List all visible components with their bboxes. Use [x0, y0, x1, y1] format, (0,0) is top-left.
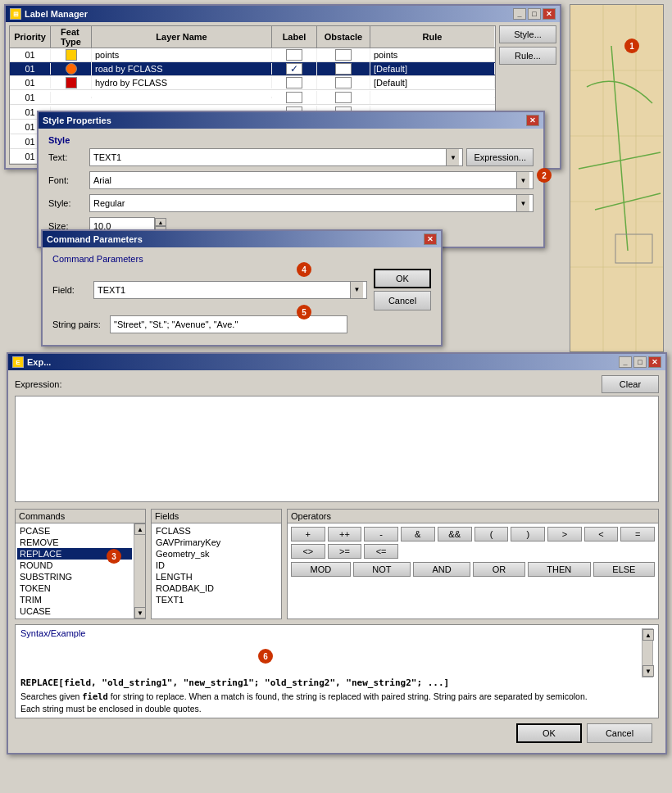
op-rparen[interactable]: ): [511, 527, 545, 542]
cmd-cancel-button[interactable]: Cancel: [374, 291, 431, 310]
checkbox[interactable]: [335, 49, 352, 61]
badge-1: 1: [624, 39, 639, 53]
label-manager-icon: ⊞: [10, 8, 21, 20]
combo-arrow-field[interactable]: ▼: [350, 282, 363, 298]
syntax-scrollbar: ▲ ▼: [642, 628, 653, 677]
style-button[interactable]: Style...: [499, 25, 556, 43]
expr-titlebar: E Exp... _ □ ✕: [8, 354, 665, 370]
op-gte[interactable]: >=: [328, 544, 362, 559]
style-properties-dialog: Style Properties ✕ Style Text: TEXT1 ▼ E…: [37, 111, 545, 248]
expr-maximize[interactable]: □: [633, 356, 647, 368]
field-roadbak-id[interactable]: ROADBAK_ID: [153, 582, 279, 594]
syntax-scroll-up[interactable]: ▲: [642, 629, 654, 641]
close-btn[interactable]: ✕: [543, 8, 556, 20]
scroll-down[interactable]: ▼: [134, 607, 146, 619]
op-neq[interactable]: <>: [291, 544, 325, 559]
op-eq[interactable]: =: [620, 527, 655, 542]
op-then[interactable]: THEN: [528, 562, 591, 577]
rule-button[interactable]: Rule...: [499, 47, 556, 65]
op-plus[interactable]: +: [291, 527, 325, 542]
op-not[interactable]: NOT: [353, 562, 411, 577]
combo-arrow-text[interactable]: ▼: [446, 149, 459, 165]
style-field-row: Style: Regular ▼: [48, 194, 534, 212]
fields-list: FCLASS GAVPrimaryKey Geometry_sk ID LENG…: [152, 523, 281, 607]
table-row-selected[interactable]: 01 road by FCLASS ✓ [Default]: [10, 62, 495, 76]
col-obstacle: Obstacle: [317, 26, 370, 48]
svg-rect-6: [615, 234, 652, 263]
expr-header: Expression: Clear: [15, 375, 659, 393]
expr-minimize[interactable]: _: [619, 356, 632, 368]
scroll-up[interactable]: ▲: [134, 523, 146, 535]
op-lparen[interactable]: (: [474, 527, 509, 542]
style-combo[interactable]: Regular ▼: [89, 194, 534, 212]
cmd-params-close[interactable]: ✕: [424, 233, 437, 245]
checkbox-checked[interactable]: ✓: [286, 63, 302, 75]
expr-icon: E: [12, 356, 24, 368]
combo-arrow-font[interactable]: ▼: [516, 172, 529, 188]
op-lt[interactable]: <: [584, 527, 619, 542]
style-props-titlebar: Style Properties ✕: [39, 112, 543, 129]
op-else[interactable]: ELSE: [593, 562, 655, 577]
text-field-row: Text: TEXT1 ▼ Expression...: [48, 148, 534, 166]
checkbox[interactable]: [335, 92, 352, 103]
cmd-ok-button[interactable]: OK: [374, 269, 431, 288]
field-gavprimarykey[interactable]: GAVPrimaryKey: [153, 537, 279, 548]
field-geometry-sk[interactable]: Geometry_sk: [153, 548, 279, 560]
checkbox[interactable]: [286, 77, 302, 88]
expression-button[interactable]: Expression...: [466, 148, 534, 166]
checkbox[interactable]: [335, 77, 352, 88]
table-row[interactable]: 01 hydro by FCLASS [Default]: [10, 76, 495, 90]
style-props-title: Style Properties: [43, 116, 111, 125]
text-combo[interactable]: TEXT1 ▼: [89, 148, 463, 166]
expr-ok-button[interactable]: OK: [516, 723, 582, 743]
syntax-scroll-down[interactable]: ▼: [642, 665, 654, 677]
field-fclass[interactable]: FCLASS: [153, 525, 279, 537]
style-section-label: Style: [48, 135, 534, 145]
operators-panel: Operators + ++ - & && ( ) > < = <> >= <=: [287, 509, 659, 619]
op-mod[interactable]: MOD: [291, 562, 351, 577]
field-length[interactable]: LENGTH: [153, 571, 279, 582]
col-rule: Rule: [370, 26, 495, 48]
cmd-substring[interactable]: SUBSTRING: [17, 571, 132, 582]
expr-cancel-button[interactable]: Cancel: [587, 723, 652, 743]
string-pairs-label: String pairs:: [52, 319, 110, 329]
commands-list: PCASE REMOVE REPLACE ROUND SUBSTRING TOK…: [16, 523, 134, 619]
minimize-btn[interactable]: _: [513, 8, 526, 20]
syntax-field-em: field: [82, 691, 108, 701]
panels-row: Commands PCASE REMOVE REPLACE ROUND SUBS…: [15, 509, 659, 619]
field-text1[interactable]: TEXT1: [153, 594, 279, 605]
clear-button[interactable]: Clear: [602, 375, 659, 393]
combo-arrow-style[interactable]: ▼: [516, 195, 529, 211]
expr-label: Expression:: [15, 379, 61, 389]
expression-textarea[interactable]: [15, 396, 659, 502]
cmd-remove[interactable]: REMOVE: [17, 537, 132, 548]
field-id[interactable]: ID: [153, 560, 279, 571]
op-and[interactable]: AND: [413, 562, 470, 577]
op-ampamp[interactable]: &&: [438, 527, 472, 542]
maximize-btn[interactable]: □: [528, 8, 541, 20]
op-plusplus[interactable]: ++: [328, 527, 362, 542]
text-label: Text:: [48, 152, 89, 162]
checkbox[interactable]: [286, 92, 302, 103]
cmd-ucase[interactable]: UCASE: [17, 605, 132, 617]
cmd-pcase[interactable]: PCASE: [17, 525, 132, 537]
operators-grid-row2: MOD NOT AND OR THEN ELSE: [288, 562, 658, 580]
cmd-token[interactable]: TOKEN: [17, 582, 132, 594]
checkbox[interactable]: [286, 49, 302, 61]
op-lte[interactable]: <=: [364, 544, 398, 559]
cmd-field-combo[interactable]: TEXT1 ▼: [93, 281, 367, 299]
table-row[interactable]: 01: [10, 90, 495, 105]
expr-close[interactable]: ✕: [648, 356, 661, 368]
op-gt[interactable]: >: [547, 527, 582, 542]
op-amp[interactable]: &: [401, 527, 435, 542]
checkbox[interactable]: [335, 63, 352, 75]
font-combo[interactable]: Arial ▼: [89, 171, 534, 189]
style-props-close[interactable]: ✕: [526, 115, 539, 126]
string-pairs-input[interactable]: [110, 315, 347, 333]
table-row[interactable]: 01 points points: [10, 48, 495, 62]
cmd-field-label: Field:: [52, 285, 93, 295]
op-minus[interactable]: -: [364, 527, 398, 542]
op-or[interactable]: OR: [473, 562, 525, 577]
cmd-trim[interactable]: TRIM: [17, 594, 132, 605]
size-up[interactable]: ▲: [155, 218, 166, 226]
